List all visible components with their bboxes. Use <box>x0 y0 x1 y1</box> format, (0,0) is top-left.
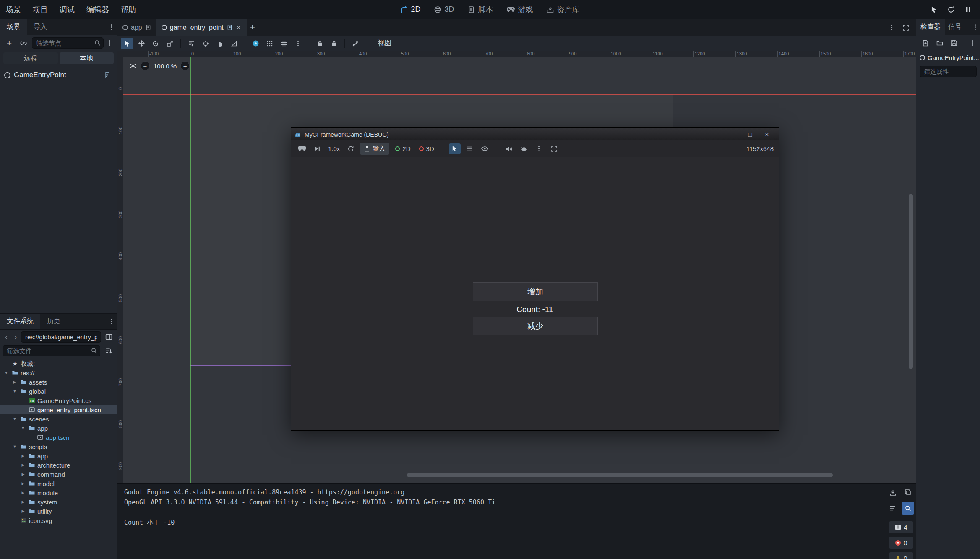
property-filter-field[interactable] <box>920 66 977 77</box>
copy-output-icon[interactable] <box>902 486 914 499</box>
rotate-tool-icon[interactable] <box>149 38 162 49</box>
expand-arrow-icon[interactable]: ▶ <box>20 463 26 467</box>
scale-tool-icon[interactable] <box>164 38 176 49</box>
load-resource-folder-icon[interactable] <box>934 37 946 49</box>
warning-count-badge[interactable]: 0 <box>889 552 913 559</box>
log-filter-list-icon[interactable] <box>886 502 899 515</box>
expand-arrow-icon[interactable]: ▶ <box>12 380 18 384</box>
expand-arrow-icon[interactable]: ▶ <box>20 472 26 476</box>
scene-dock-menu-kebab-icon[interactable] <box>108 23 115 31</box>
zoom-out-button[interactable]: − <box>141 61 150 70</box>
expand-arrow-icon[interactable]: ▶ <box>20 481 26 486</box>
fs-item-module[interactable]: ▶module <box>0 488 117 497</box>
zoom-in-button[interactable]: + <box>180 61 190 70</box>
pause-icon[interactable] <box>962 4 974 16</box>
fs-item-architecture[interactable]: ▶architecture <box>0 460 117 470</box>
file-filter-field[interactable] <box>3 345 100 356</box>
fs-item-gameentrypoint.cs[interactable]: C#GameEntryPoint.cs <box>0 396 117 405</box>
maximize-button[interactable]: □ <box>742 129 758 140</box>
tab-inspector[interactable]: 检查器 <box>916 19 945 35</box>
fs-item----[interactable]: ★收藏: <box>0 359 117 368</box>
select-tool-icon[interactable] <box>121 38 133 49</box>
local-button[interactable]: 本地 <box>60 52 114 64</box>
log-search-icon[interactable] <box>902 502 914 515</box>
remote-select-icon[interactable] <box>928 4 940 16</box>
reset-speed-icon[interactable] <box>345 143 357 154</box>
remote-button[interactable]: 远程 <box>3 52 58 64</box>
add-node-button[interactable]: + <box>3 37 15 49</box>
fs-item-scripts[interactable]: ▼scripts <box>0 442 117 451</box>
list-select-tool-icon[interactable] <box>185 38 198 49</box>
fs-item-global[interactable]: ▼global <box>0 387 117 396</box>
menu-help[interactable]: 帮助 <box>115 0 142 19</box>
attached-script-icon[interactable] <box>101 69 113 81</box>
joypad-icon[interactable] <box>296 143 308 154</box>
menu-project[interactable]: 项目 <box>27 0 54 19</box>
menu-debug[interactable]: 调试 <box>54 0 81 19</box>
expand-arrow-icon[interactable]: ▶ <box>20 509 26 513</box>
expand-viewport-icon[interactable] <box>900 22 912 34</box>
inspector-extra-kebab-icon[interactable] <box>969 39 977 47</box>
canvas-vertical-scrollbar[interactable] <box>909 194 913 369</box>
close-tab-icon[interactable]: × <box>236 23 242 32</box>
game-window-titlebar[interactable]: MyGFrameworkGame (DEBUG) — □ × <box>291 128 779 140</box>
fs-item-icon.svg[interactable]: icon.svg <box>0 516 117 525</box>
time-scale-label[interactable]: 1.0x <box>326 145 341 152</box>
save-icon[interactable] <box>948 37 960 49</box>
tab-scene[interactable]: 场景 <box>0 19 27 35</box>
fs-item-command[interactable]: ▶command <box>0 470 117 479</box>
scene-tree-root-node[interactable]: GameEntryPoint <box>0 68 117 82</box>
visibility-eye-icon[interactable] <box>479 143 491 154</box>
menu-editor[interactable]: 编辑器 <box>81 0 115 19</box>
snap-options-kebab-icon[interactable] <box>292 38 305 49</box>
fs-item-scenes[interactable]: ▼scenes <box>0 414 117 424</box>
workspace-game[interactable]: 游戏 <box>502 3 538 17</box>
grid-snap-icon[interactable] <box>263 38 276 49</box>
collapse-arrow-icon[interactable]: ▼ <box>12 417 18 421</box>
error-count-badge[interactable]: 0 <box>889 537 913 549</box>
minimize-button[interactable]: — <box>725 129 742 140</box>
skeleton-bone-icon[interactable] <box>349 38 362 49</box>
next-frame-icon[interactable] <box>311 143 323 154</box>
file-filter-input[interactable] <box>3 347 100 354</box>
path-field[interactable] <box>21 331 101 343</box>
instance-scene-icon[interactable] <box>18 37 29 49</box>
scene-tab-game-entry-point[interactable]: game_entry_point × <box>156 19 247 36</box>
mode-3d-button[interactable]: 3D <box>417 145 437 152</box>
debug-select-tool-icon[interactable] <box>449 143 461 154</box>
fs-item-model[interactable]: ▶model <box>0 479 117 488</box>
unlock-icon[interactable] <box>328 38 340 49</box>
increase-button[interactable]: 增加 <box>473 282 598 301</box>
node-list-icon[interactable] <box>464 143 476 154</box>
tab-list-kebab-icon[interactable] <box>888 24 896 31</box>
fs-item-system[interactable]: ▶system <box>0 497 117 507</box>
smart-snap-icon[interactable] <box>249 38 262 49</box>
collapse-arrow-icon[interactable]: ▼ <box>12 389 18 393</box>
close-button[interactable]: × <box>758 129 775 140</box>
clear-output-icon[interactable] <box>886 486 899 499</box>
collapse-arrow-icon[interactable]: ▼ <box>20 426 26 430</box>
lock-icon[interactable] <box>313 38 326 49</box>
tab-filesystem[interactable]: 文件系统 <box>0 314 40 329</box>
tab-import[interactable]: 导入 <box>27 19 54 35</box>
fs-item-res---[interactable]: ▼res:// <box>0 368 117 377</box>
grid-icon[interactable] <box>278 38 290 49</box>
fs-item-app[interactable]: ▼app <box>0 424 117 433</box>
new-scene-tab-button[interactable]: + <box>247 21 258 33</box>
workspace-3d[interactable]: 3D <box>429 3 459 16</box>
debug-bug-icon[interactable] <box>518 143 530 154</box>
inspector-menu-kebab-icon[interactable] <box>972 23 979 31</box>
debug-options-kebab-icon[interactable] <box>533 143 545 154</box>
expand-arrow-icon[interactable]: ▶ <box>20 454 26 458</box>
zoom-level-label[interactable]: 100.0 % <box>154 62 177 70</box>
mute-audio-icon[interactable] <box>503 143 515 154</box>
tab-history[interactable]: 历史 <box>40 314 67 329</box>
collapse-arrow-icon[interactable]: ▼ <box>3 371 9 375</box>
tab-signals[interactable]: 信号 <box>945 19 965 35</box>
canvas-horizontal-scrollbar[interactable] <box>407 473 833 477</box>
fs-item-app[interactable]: ▶app <box>0 451 117 460</box>
fs-item-assets[interactable]: ▶assets <box>0 377 117 387</box>
pan-tool-icon[interactable] <box>214 38 226 49</box>
fs-item-utility[interactable]: ▶utility <box>0 507 117 516</box>
scene-filter-field[interactable] <box>32 37 104 49</box>
